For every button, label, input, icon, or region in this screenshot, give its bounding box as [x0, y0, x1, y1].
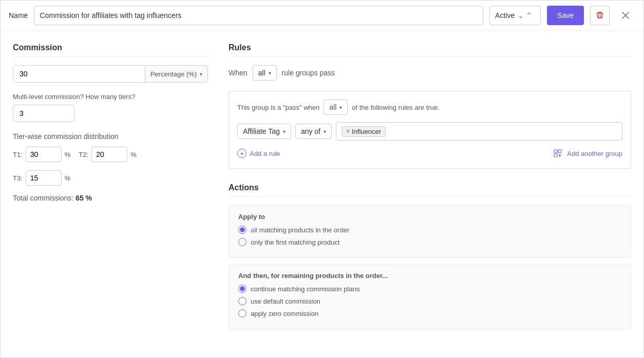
tier-t3-row: T3: % [13, 170, 208, 186]
chevron-down-icon: ▾ [324, 129, 326, 134]
rule-groups-text: rule groups pass [282, 69, 335, 77]
t2-input[interactable] [91, 147, 127, 162]
actions-title: Actions [229, 183, 631, 197]
chevron-down-icon: ▾ [283, 129, 286, 134]
tag-remove-icon[interactable]: × [346, 128, 350, 135]
commission-input-row: Percentage (%) ▾ [13, 65, 208, 83]
apply-first-label: only the first matching product [251, 238, 339, 246]
t2-label: T2: [79, 151, 88, 158]
t1-percent: % [65, 151, 71, 158]
use-default-row: use default commission [238, 297, 621, 305]
pass-value-select[interactable]: all ▾ [324, 100, 348, 115]
continue-matching-label: continue matching commission plans [251, 285, 359, 293]
rule-operator-select[interactable]: any of ▾ [295, 124, 332, 139]
save-button[interactable]: Save [547, 6, 584, 25]
when-value: all [258, 69, 266, 77]
svg-rect-2 [554, 154, 557, 157]
commission-panel: Commission Percentage (%) ▾ Multi-level … [13, 43, 208, 345]
apply-to-group: Apply to all matching products in the or… [229, 205, 631, 258]
close-icon [622, 12, 629, 19]
rule-operator-label: any of [301, 127, 320, 135]
add-group-icon [554, 149, 562, 157]
rules-title: Rules [229, 43, 631, 57]
chevron-down-icon: ⌄ ⌃ [518, 11, 532, 19]
when-label: When [229, 69, 248, 77]
t1-label: T1: [13, 151, 23, 158]
tiers-input[interactable] [13, 105, 74, 122]
tier-t2: T2: % [79, 147, 136, 162]
add-rule-label: Add a rule [250, 150, 280, 157]
name-input[interactable] [34, 6, 483, 25]
commission-type-select[interactable]: Percentage (%) ▾ [145, 66, 207, 82]
svg-rect-1 [558, 150, 561, 153]
apply-zero-radio[interactable] [238, 309, 247, 317]
t3-label: T3: [13, 174, 23, 182]
chevron-down-icon: ▾ [269, 70, 271, 76]
when-row: When all ▾ rule groups pass [229, 65, 631, 81]
tier-t1-t2-row: T1: % T2: % [13, 147, 208, 162]
svg-rect-0 [554, 150, 557, 153]
add-rule-icon: + [237, 149, 247, 158]
apply-zero-label: apply zero commission [251, 310, 318, 317]
apply-all-row: all matching products in the order [238, 226, 621, 234]
tier-t1: T1: % [13, 147, 70, 162]
trash-icon [596, 11, 604, 19]
commission-type-label: Percentage (%) [150, 70, 197, 78]
chevron-down-icon: ▾ [200, 71, 202, 77]
tag-input-area[interactable]: × Influencer [336, 122, 622, 141]
t3-input[interactable] [26, 170, 62, 186]
rule-field-label: Affiliate Tag [243, 127, 280, 135]
close-button[interactable] [616, 6, 635, 25]
status-select[interactable]: Active ⌄ ⌃ [489, 6, 541, 25]
continue-matching-row: continue matching commission plans [238, 285, 621, 293]
rule-field-select[interactable]: Affiliate Tag ▾ [237, 124, 291, 139]
t2-percent: % [130, 151, 137, 158]
pass-text-2: of the following rules are true. [352, 104, 440, 111]
name-label: Name [9, 11, 28, 19]
use-default-label: use default commission [251, 297, 320, 305]
total-commissions: Total commissions: 65 % [13, 194, 208, 202]
remaining-title: And then, for remaining products in the … [238, 272, 621, 280]
t3-percent: % [65, 174, 71, 182]
add-group-label: Add another group [567, 150, 622, 157]
status-value: Active [495, 11, 515, 19]
use-default-radio[interactable] [238, 297, 247, 305]
apply-all-radio[interactable] [238, 226, 247, 234]
actions-section: Actions Apply to all matching products i… [229, 183, 631, 329]
rules-section: Rules When all ▾ rule groups pass This g… [229, 43, 631, 169]
apply-all-label: all matching products in the order [251, 226, 349, 234]
chevron-down-icon: ▾ [339, 105, 342, 110]
apply-zero-row: apply zero commission [238, 309, 621, 317]
commission-title: Commission [13, 43, 208, 57]
add-rule-button[interactable]: + Add a rule [237, 147, 280, 160]
tag-value: Influencer [352, 128, 381, 135]
tag-chip[interactable]: × Influencer [342, 126, 386, 137]
apply-to-title: Apply to [238, 213, 621, 221]
group-actions: + Add a rule Add another group [237, 147, 622, 160]
tier-t3: T3: % [13, 170, 70, 186]
add-group-button[interactable]: Add another group [554, 147, 622, 160]
tier-distribution-label: Tier-wise commission distribution [13, 132, 208, 141]
delete-button[interactable] [590, 6, 610, 25]
when-select[interactable]: all ▾ [253, 65, 277, 81]
t1-input[interactable] [26, 147, 62, 162]
rule-group-box: This group is a "pass" when all ▾ of the… [229, 91, 631, 169]
remaining-products-group: And then, for remaining products in the … [229, 264, 631, 329]
pass-text-1: This group is a "pass" when [237, 104, 319, 111]
rules-actions-panel: Rules When all ▾ rule groups pass This g… [229, 43, 631, 345]
continue-matching-radio[interactable] [238, 285, 247, 293]
rule-condition-row: Affiliate Tag ▾ any of ▾ × Influencer [237, 122, 622, 141]
commission-value-input[interactable] [13, 66, 145, 82]
apply-first-row: only the first matching product [238, 238, 621, 246]
apply-first-radio[interactable] [238, 238, 247, 246]
group-pass-row: This group is a "pass" when all ▾ of the… [237, 100, 622, 115]
pass-value: all [329, 103, 336, 111]
multilevel-label: Multi-level commission? How many tiers? [13, 93, 208, 101]
